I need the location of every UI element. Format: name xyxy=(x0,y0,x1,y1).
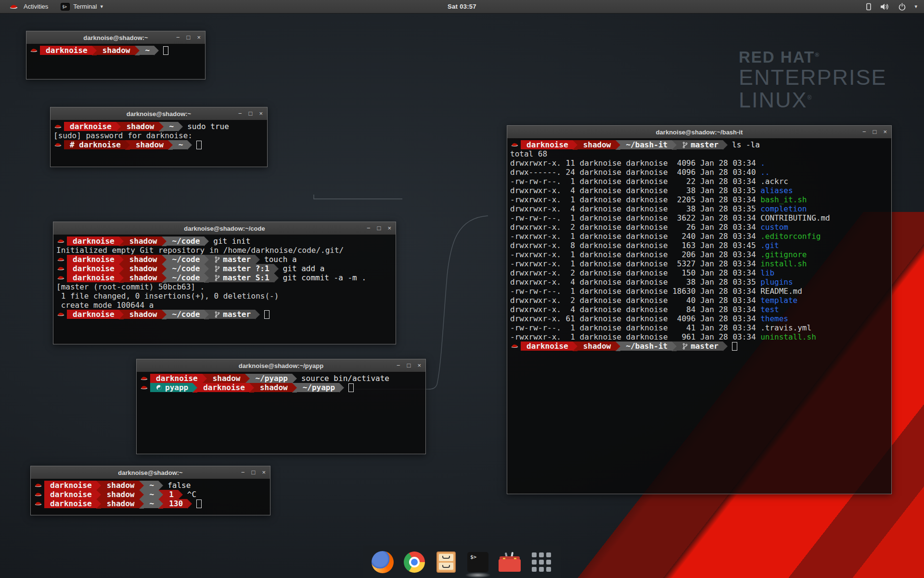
window-titlebar[interactable]: darknoise@shadow:~ − □ × xyxy=(51,107,267,120)
chevron-down-icon[interactable]: ▾ xyxy=(914,3,917,10)
powerline-arrow-icon xyxy=(154,46,159,55)
files-icon[interactable] xyxy=(435,551,458,574)
prompt-segment-path: ~ xyxy=(164,122,179,131)
prompt-segment-root: # darknoise xyxy=(64,140,125,149)
powerline-arrow-icon xyxy=(204,264,209,274)
powerline-arrow-icon xyxy=(92,46,97,55)
redhat-prompt-icon xyxy=(141,385,148,390)
brand-line2: ENTERPRISE xyxy=(739,66,887,89)
volume-icon[interactable] xyxy=(880,3,890,11)
app-grid-icon[interactable] xyxy=(530,551,553,574)
prompt-segment-host: shadow xyxy=(124,273,162,282)
clock[interactable]: Sat 03:57 xyxy=(0,3,924,10)
output-text: drwxrwxr-x. 2 darknoise darknoise 150 Ja… xyxy=(510,268,760,277)
terminal-line: -rwxrwxr-x. 1 darknoise darknoise 2205 J… xyxy=(510,195,888,204)
redhat-prompt-icon xyxy=(35,492,42,497)
powerline-arrow-icon xyxy=(274,273,279,283)
file-name: .ackrc xyxy=(760,177,788,186)
close-button[interactable]: × xyxy=(197,31,201,44)
powerline-arrow-icon xyxy=(573,342,578,351)
terminal-line: -rwxrwxr-x. 1 darknoise darknoise 240 Ja… xyxy=(510,232,888,241)
prompt-segment-path: ~ xyxy=(144,481,159,490)
close-button[interactable]: × xyxy=(417,359,421,372)
prompt-segment-path: ~/code xyxy=(167,236,205,246)
output-text: -rw-rw-r--. 1 darknoise darknoise 22 Jan… xyxy=(510,177,760,186)
maximize-button[interactable]: □ xyxy=(249,107,253,120)
terminal-content[interactable]: darknoiseshadow~falsedarknoiseshadow~1^C… xyxy=(31,479,270,515)
battery-icon[interactable] xyxy=(865,2,872,11)
window-titlebar[interactable]: darknoise@shadow:~/code − □ × xyxy=(53,222,396,235)
maximize-button[interactable]: □ xyxy=(252,466,256,479)
terminal-content[interactable]: darknoiseshadow~ xyxy=(26,44,205,79)
powerline-arrow-icon xyxy=(255,255,260,264)
terminal-line: -rw-rw-r--. 1 darknoise darknoise 3622 J… xyxy=(510,213,888,223)
top-bar: Sat 03:57 Activities $> Terminal ▾ ▾ xyxy=(0,0,924,13)
terminal-icon[interactable]: $> xyxy=(466,551,489,574)
terminal-line: darknoiseshadow~/bash-itmasterls -la xyxy=(510,140,888,149)
terminal-line: drwx------. 24 darknoise darknoise 4096 … xyxy=(510,168,888,177)
minimize-button[interactable]: − xyxy=(397,359,400,372)
window-titlebar[interactable]: darknoise@shadow:~ − □ × xyxy=(31,466,270,479)
powerline-arrow-icon xyxy=(178,490,183,499)
terminal-content[interactable]: darknoiseshadow~/pyappsource bin/activat… xyxy=(137,372,425,454)
terminal-window-home-2: darknoise@shadow:~ − □ × darknoiseshadow… xyxy=(30,466,270,515)
prompt-segment-path: ~ xyxy=(140,46,154,55)
powerline-arrow-icon xyxy=(274,264,279,274)
toolbox-icon[interactable] xyxy=(498,551,521,574)
powerline-arrow-icon xyxy=(573,140,578,150)
terminal-content[interactable]: darknoiseshadow~/bash-itmasterls -latota… xyxy=(507,138,891,494)
powerline-arrow-icon xyxy=(162,255,167,264)
terminal-line: darknoiseshadow~/codemaster S:1git commi… xyxy=(56,273,393,282)
firefox-icon[interactable] xyxy=(371,551,394,574)
file-name: aliases xyxy=(760,186,793,195)
terminal-cursor xyxy=(264,310,270,319)
terminal-content[interactable]: darknoiseshadow~/codegit initInitialized… xyxy=(53,235,396,344)
powerline-arrow-icon xyxy=(125,140,130,150)
terminal-line: darknoiseshadow~/codemastertouch a xyxy=(56,255,393,264)
powerline-arrow-icon xyxy=(139,481,144,490)
powerline-arrow-icon xyxy=(204,273,209,283)
terminal-line: drwxrwxr-x. 2 darknoise darknoise 40 Jan… xyxy=(510,296,888,305)
minimize-button[interactable]: − xyxy=(238,107,242,120)
powerline-arrow-icon xyxy=(292,383,297,393)
minimize-button[interactable]: − xyxy=(862,126,866,138)
redhat-prompt-icon xyxy=(141,376,148,381)
window-titlebar[interactable]: darknoise@shadow:~ − □ × xyxy=(26,31,205,44)
prompt-segment-host: shadow xyxy=(124,264,162,273)
powerline-arrow-icon xyxy=(204,255,209,264)
output-text: drwxrwxr-x. 8 darknoise darknoise 163 Ja… xyxy=(510,241,760,250)
minimize-button[interactable]: − xyxy=(367,222,371,235)
powerline-arrow-icon xyxy=(116,122,121,131)
terminal-window-code: darknoise@shadow:~/code − □ × darknoises… xyxy=(53,222,396,344)
prompt-segment-host: shadow xyxy=(101,499,139,508)
redhat-prompt-icon xyxy=(54,124,62,129)
close-button[interactable]: × xyxy=(387,222,391,235)
prompt-segment-git: master ?:1 xyxy=(209,264,273,273)
prompt-segment-git: master xyxy=(677,140,723,149)
maximize-button[interactable]: □ xyxy=(873,126,877,138)
prompt-segment-host: shadow xyxy=(254,383,292,392)
minimize-button[interactable]: − xyxy=(176,31,180,44)
terminal-line: [sudo] password for darknoise: xyxy=(53,131,264,140)
terminal-line: darknoiseshadow~ xyxy=(29,46,202,55)
close-button[interactable]: × xyxy=(262,466,266,479)
maximize-button[interactable]: □ xyxy=(377,222,381,235)
window-titlebar[interactable]: darknoise@shadow:~/bash-it − □ × xyxy=(507,126,891,139)
prompt-segment-path: ~/pyapp xyxy=(250,374,292,383)
close-button[interactable]: × xyxy=(259,107,263,120)
window-titlebar[interactable]: darknoise@shadow:~/pyapp − □ × xyxy=(137,359,425,372)
close-button[interactable]: × xyxy=(883,126,887,138)
redhat-prompt-icon xyxy=(57,312,64,317)
terminal-line: drwxrwxr-x. 8 darknoise darknoise 163 Ja… xyxy=(510,241,888,250)
minimize-button[interactable]: − xyxy=(241,466,245,479)
powerline-arrow-icon xyxy=(119,255,124,264)
prompt-segment-path: ~ xyxy=(144,490,159,499)
chrome-icon[interactable] xyxy=(403,551,426,574)
terminal-cursor xyxy=(732,342,737,351)
maximize-button[interactable]: □ xyxy=(407,359,411,372)
terminal-line: 1 file changed, 0 insertions(+), 0 delet… xyxy=(56,291,393,301)
terminal-content[interactable]: darknoiseshadow~sudo true[sudo] password… xyxy=(51,120,267,167)
power-icon[interactable] xyxy=(898,2,906,11)
redhat-prompt-icon xyxy=(57,238,64,244)
maximize-button[interactable]: □ xyxy=(187,31,191,44)
